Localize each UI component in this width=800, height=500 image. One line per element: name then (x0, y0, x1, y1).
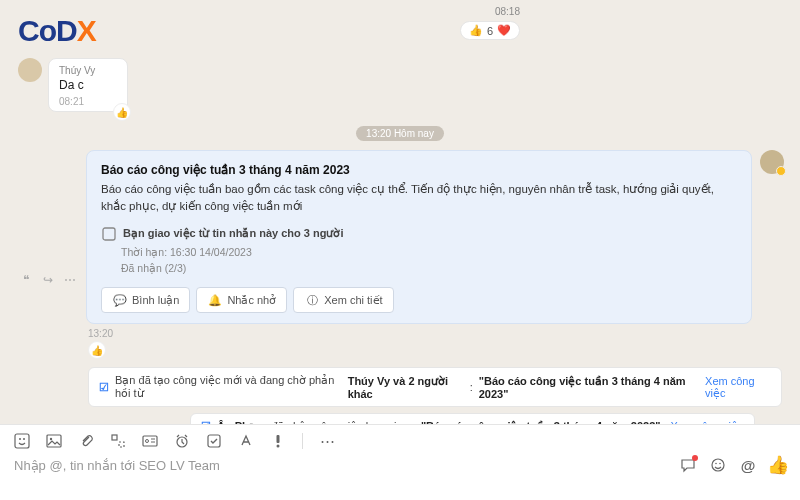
svg-point-15 (277, 445, 280, 448)
svg-point-5 (50, 438, 52, 440)
react-button[interactable]: 👍 (88, 341, 106, 359)
prev-message-meta: 08:18 👍 6 ❤️ (460, 6, 520, 40)
prev-message-time: 08:18 (460, 6, 520, 17)
composer-toolbar: ⋯ (0, 425, 800, 455)
view-task-link[interactable]: Xem công việc (705, 375, 771, 400)
task-time: 13:20 (88, 328, 782, 339)
detail-label: Xem chi tiết (324, 294, 382, 307)
svg-point-16 (712, 459, 724, 471)
sender-avatar[interactable] (760, 150, 784, 174)
info-icon: ⓘ (304, 292, 320, 308)
notification-chip[interactable]: ☑ Bạn đã tạo công việc mới và đang chờ p… (88, 367, 782, 407)
priority-icon[interactable] (270, 433, 286, 449)
svg-point-2 (19, 438, 21, 440)
contact-card-icon[interactable] (142, 433, 158, 449)
svg-rect-6 (112, 435, 117, 440)
message-bubble[interactable]: Thúy Vy Da c 08:21 👍 (48, 58, 128, 112)
more-icon[interactable]: ⋯ (62, 272, 78, 288)
comment-button[interactable]: 💬 Bình luận (101, 287, 190, 313)
detail-button[interactable]: ⓘ Xem chi tiết (293, 287, 393, 313)
comment-label: Bình luận (132, 294, 179, 307)
sender-name: Thúy Vy (59, 65, 117, 76)
quote-icon[interactable]: ❝ (18, 272, 34, 288)
notif-mid: : (470, 381, 473, 393)
heart-icon: ❤️ (497, 24, 511, 37)
quick-message-icon[interactable] (680, 457, 696, 473)
svg-rect-1 (15, 434, 29, 448)
task-meta: Thời hạn: 16:30 14/04/2023 Đã nhận (2/3) (121, 244, 737, 278)
app-logo: CoDX (18, 14, 96, 48)
svg-rect-4 (47, 435, 61, 447)
time-divider: 13:20 Hôm nay (18, 126, 782, 140)
more-icon[interactable]: ⋯ (319, 433, 335, 449)
bell-icon: 🔔 (207, 292, 223, 308)
task-description: Báo cáo công việc tuần bao gồm các task … (101, 181, 737, 216)
share-icon[interactable]: ↪ (40, 272, 56, 288)
message-hover-actions: ❝ ↪ ⋯ (18, 150, 78, 288)
svg-point-3 (23, 438, 25, 440)
task-received: Đã nhận (2/3) (121, 260, 737, 277)
reaction-pill[interactable]: 👍 6 ❤️ (460, 21, 520, 40)
like-icon: 👍 (116, 107, 128, 118)
separator (302, 433, 303, 449)
check-icon: ☑ (99, 381, 109, 394)
svg-rect-7 (119, 442, 124, 447)
svg-rect-14 (277, 435, 280, 443)
notif-who: Thúy Vy và 2 người khác (348, 375, 464, 400)
like-icon: 👍 (469, 24, 483, 37)
notif-pre: Bạn đã tạo công việc mới và đang chờ phả… (115, 374, 342, 400)
screenshot-icon[interactable] (110, 433, 126, 449)
notification-chip[interactable]: ☑ Ân Phạm đã nhận công việc bạn giao : "… (190, 413, 755, 424)
emoji-icon[interactable] (710, 457, 726, 473)
divider-label: 13:20 Hôm nay (356, 126, 444, 141)
notification-column: ☑ Bạn đã tạo công việc mới và đang chờ p… (18, 367, 782, 424)
task-message-row: ❝ ↪ ⋯ Báo cáo công việc tuần 3 tháng 4 n… (18, 150, 782, 324)
attach-icon[interactable] (78, 433, 94, 449)
composer-input-row: @ 👍 (0, 455, 800, 481)
format-icon[interactable] (238, 433, 254, 449)
svg-rect-0 (103, 228, 115, 240)
message-text: Da c (59, 78, 117, 92)
image-icon[interactable] (46, 433, 62, 449)
svg-rect-13 (208, 435, 220, 447)
task-assignment-line: Bạn giao việc từ tin nhắn này cho 3 ngườ… (101, 226, 737, 242)
chat-icon: 💬 (112, 292, 128, 308)
composer-right-actions: @ 👍 (680, 457, 786, 473)
svg-point-17 (715, 463, 717, 465)
composer: ⋯ @ 👍 (0, 424, 800, 500)
message-input[interactable] (14, 458, 680, 473)
task-deadline: Thời hạn: 16:30 14/04/2023 (121, 244, 737, 261)
avatar[interactable] (18, 58, 42, 82)
react-button[interactable]: 👍 (113, 103, 131, 121)
remind-button[interactable]: 🔔 Nhắc nhở (196, 287, 287, 313)
task-icon[interactable] (206, 433, 222, 449)
chat-area: 08:18 👍 6 ❤️ Thúy Vy Da c 08:21 👍 13:20 … (0, 0, 800, 424)
svg-point-18 (719, 463, 721, 465)
task-title: Báo cáo công việc tuần 3 tháng 4 năm 202… (101, 163, 737, 177)
svg-point-9 (146, 440, 149, 443)
mention-icon[interactable]: @ (740, 457, 756, 473)
message-time: 08:21 (59, 96, 117, 107)
send-like-icon[interactable]: 👍 (770, 457, 786, 473)
sticker-icon[interactable] (14, 433, 30, 449)
task-react-row: 👍 (88, 341, 782, 359)
reminder-icon[interactable] (174, 433, 190, 449)
incoming-message-row: Thúy Vy Da c 08:21 👍 (18, 58, 782, 112)
remind-label: Nhắc nhở (227, 294, 276, 307)
reaction-count: 6 (487, 25, 493, 37)
notif-quote: "Báo cáo công việc tuần 3 tháng 4 năm 20… (479, 375, 695, 400)
checkbox-empty-icon (101, 226, 117, 242)
task-buttons: 💬 Bình luận 🔔 Nhắc nhở ⓘ Xem chi tiết (101, 287, 737, 313)
task-card[interactable]: Báo cáo công việc tuần 3 tháng 4 năm 202… (86, 150, 752, 324)
task-assignment-text: Bạn giao việc từ tin nhắn này cho 3 ngườ… (123, 227, 343, 240)
